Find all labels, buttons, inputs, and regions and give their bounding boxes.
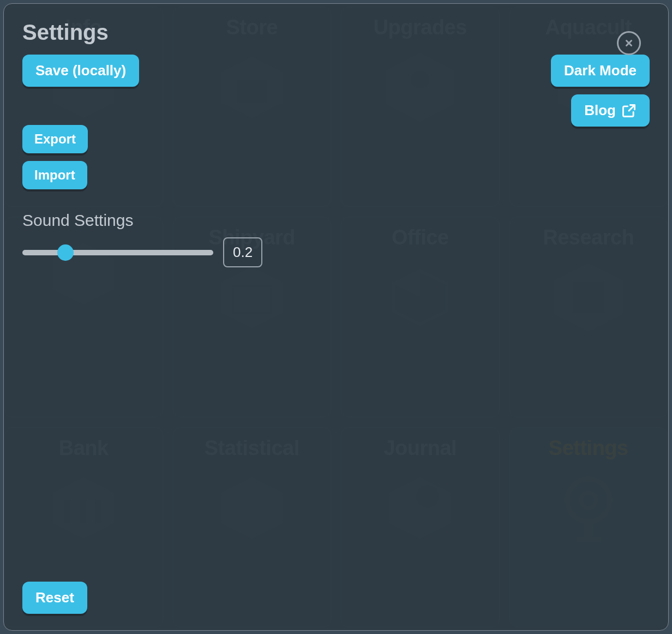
close-icon	[624, 38, 634, 48]
volume-value-display: 0.2	[223, 237, 262, 267]
reset-button[interactable]: Reset	[22, 582, 87, 614]
close-button[interactable]	[617, 31, 641, 55]
modal-title: Settings	[22, 20, 650, 45]
blog-label: Blog	[584, 102, 616, 119]
sound-settings-label: Sound Settings	[22, 211, 650, 230]
dark-mode-button[interactable]: Dark Mode	[551, 55, 650, 87]
import-button[interactable]: Import	[22, 161, 87, 189]
settings-modal: Settings Save (locally) Export Import Da…	[3, 3, 669, 631]
volume-slider[interactable]	[22, 250, 213, 255]
external-link-icon	[621, 103, 637, 118]
export-button[interactable]: Export	[22, 125, 88, 153]
volume-control: 0.2	[22, 237, 650, 267]
blog-link-button[interactable]: Blog	[571, 94, 650, 127]
save-button[interactable]: Save (locally)	[22, 55, 139, 87]
